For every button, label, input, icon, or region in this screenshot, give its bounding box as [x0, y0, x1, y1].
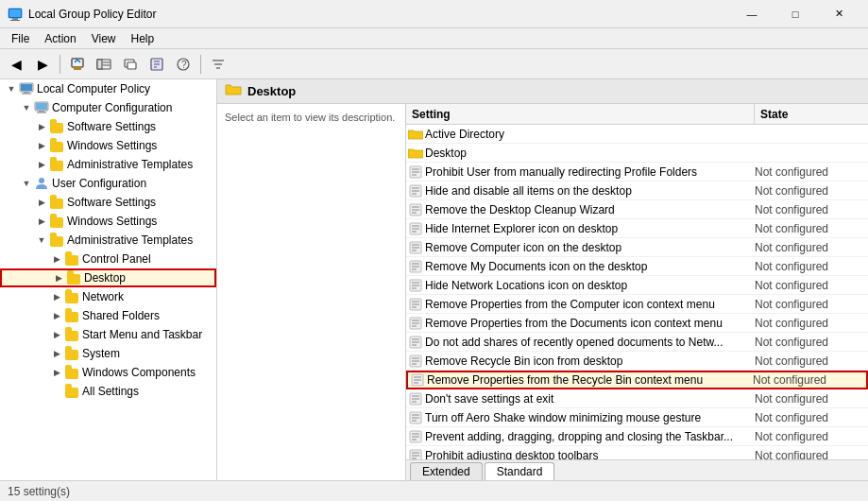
tree-item-admin-templates-cc[interactable]: ▶ Administrative Templates: [0, 155, 216, 174]
menu-action[interactable]: Action: [37, 30, 83, 47]
expand-shared-folders[interactable]: ▶: [49, 308, 64, 323]
help-button[interactable]: ?: [171, 52, 196, 77]
filter-button[interactable]: [206, 52, 230, 77]
maximize-button[interactable]: □: [774, 0, 817, 28]
tree-item-windows-settings-uc[interactable]: ▶ Windows Settings: [0, 212, 216, 231]
user-configuration-label: User Configuration: [52, 178, 146, 189]
minimize-button[interactable]: —: [730, 0, 774, 28]
expand-windows-settings-cc[interactable]: ▶: [34, 138, 49, 153]
network-locations-state: Not configured: [755, 279, 868, 292]
tree-item-user-configuration[interactable]: ▼ User Configuration: [0, 174, 216, 193]
expand-desktop[interactable]: ▶: [51, 270, 66, 285]
row-remove-my-documents[interactable]: Remove My Documents icon on the desktop …: [406, 257, 868, 276]
expand-windows-settings-uc[interactable]: ▶: [34, 214, 49, 229]
tree-item-software-settings-cc[interactable]: ▶ Software Settings: [0, 117, 216, 136]
tree-item-system[interactable]: ▶ System: [0, 344, 216, 363]
row-remove-computer-icon[interactable]: Remove Computer icon on the desktop Not …: [406, 238, 868, 257]
row-remove-recycle-bin[interactable]: Remove Recycle Bin icon from desktop Not…: [406, 352, 868, 371]
ie-icon-name: Hide Internet Explorer icon on desktop: [425, 222, 755, 235]
menu-help[interactable]: Help: [124, 30, 162, 47]
tree-item-windows-components[interactable]: ▶ Windows Components: [0, 363, 216, 382]
tab-extended[interactable]: Extended: [410, 462, 483, 480]
svg-rect-27: [39, 111, 44, 112]
menu-view[interactable]: View: [84, 30, 124, 47]
folder-icon-control-panel: [64, 252, 79, 266]
windows-settings-uc-label: Windows Settings: [67, 216, 157, 227]
svg-point-29: [39, 178, 44, 183]
column-state[interactable]: State: [755, 104, 868, 124]
system-label: System: [82, 348, 120, 359]
expand-computer-configuration[interactable]: ▼: [19, 100, 34, 115]
status-text: 15 setting(s): [8, 485, 70, 498]
tree-item-computer-configuration[interactable]: ▼ Computer Configuration: [0, 98, 216, 117]
row-desktop-folder[interactable]: Desktop: [406, 144, 868, 163]
folder-icon-software-uc: [49, 196, 64, 209]
tree-item-shared-folders[interactable]: ▶ Shared Folders: [0, 306, 216, 325]
menu-file[interactable]: File: [4, 30, 37, 47]
row-prohibit-redirecting[interactable]: Prohibit User from manually redirecting …: [406, 163, 868, 181]
expand-network[interactable]: ▶: [49, 289, 64, 304]
tab-standard[interactable]: Standard: [485, 462, 555, 480]
folder-icon-system: [64, 347, 79, 360]
row-remove-cleanup-wizard[interactable]: Remove the Desktop Cleanup Wizard Not co…: [406, 200, 868, 219]
close-button[interactable]: ✕: [817, 0, 860, 28]
svg-rect-28: [37, 112, 46, 113]
software-settings-cc-label: Software Settings: [67, 121, 156, 132]
row-hide-disable-desktop[interactable]: Hide and disable all items on the deskto…: [406, 181, 868, 200]
expand-software-settings-cc[interactable]: ▶: [34, 119, 49, 134]
no-shares-name: Do not add shares of recently opened doc…: [425, 336, 755, 349]
row-prohibit-adjusting[interactable]: Prohibit adjusting desktop toolbars Not …: [406, 446, 868, 459]
row-active-directory[interactable]: Active Directory: [406, 125, 868, 144]
row-remove-properties-documents[interactable]: Remove Properties from the Documents ico…: [406, 314, 868, 333]
policy-icon-network: [406, 279, 425, 292]
svg-rect-1: [9, 9, 21, 17]
expand-system[interactable]: ▶: [49, 346, 64, 361]
up-button[interactable]: [65, 52, 90, 77]
tree-item-all-settings[interactable]: ▶ All Settings: [0, 382, 216, 401]
row-hide-ie-icon[interactable]: Hide Internet Explorer icon on desktop N…: [406, 219, 868, 238]
tree-item-software-settings-uc[interactable]: ▶ Software Settings: [0, 193, 216, 212]
hide-disable-state: Not configured: [755, 184, 868, 198]
row-no-add-shares[interactable]: Do not add shares of recently opened doc…: [406, 333, 868, 352]
tree-item-windows-settings-cc[interactable]: ▶ Windows Settings: [0, 136, 216, 155]
props-recycle-state: Not configured: [753, 373, 866, 387]
back-button[interactable]: ◀: [4, 52, 28, 77]
tree-item-admin-templates-uc[interactable]: ▼ Administrative Templates: [0, 231, 216, 250]
new-window-button[interactable]: [118, 52, 143, 77]
expand-windows-components[interactable]: ▶: [49, 365, 64, 380]
show-hide-button[interactable]: [92, 52, 116, 77]
expand-user-configuration[interactable]: ▼: [19, 176, 34, 191]
settings-list[interactable]: Active Directory Desktop: [406, 125, 868, 459]
properties-button[interactable]: [145, 52, 169, 77]
row-hide-network-locations[interactable]: Hide Network Locations icon on desktop N…: [406, 276, 868, 295]
tree-item-local-computer-policy[interactable]: ▼ Local Computer Policy: [0, 79, 216, 98]
tree-item-control-panel[interactable]: ▶ Control Panel: [0, 250, 216, 268]
policy-icon-my-docs: [406, 260, 425, 273]
cleanup-wizard-name: Remove the Desktop Cleanup Wizard: [425, 203, 755, 216]
column-setting[interactable]: Setting: [406, 104, 755, 124]
row-remove-properties-computer[interactable]: Remove Properties from the Computer icon…: [406, 295, 868, 314]
tree-item-desktop[interactable]: ▶ Desktop: [0, 268, 216, 287]
desktop-label: Desktop: [84, 272, 126, 284]
computer-icon: [19, 82, 34, 95]
row-turn-off-aero-shake[interactable]: Turn off Aero Shake window minimizing mo…: [406, 408, 868, 427]
row-dont-save-settings[interactable]: Don't save settings at exit Not configur…: [406, 389, 868, 408]
tree-item-start-menu[interactable]: ▶ Start Menu and Taskbar: [0, 325, 216, 344]
expand-start-menu[interactable]: ▶: [49, 327, 64, 342]
expand-admin-templates-uc[interactable]: ▼: [34, 233, 49, 248]
tree-item-network[interactable]: ▶ Network: [0, 287, 216, 306]
row-prevent-adding-taskbar[interactable]: Prevent adding, dragging, dropping and c…: [406, 427, 868, 446]
start-menu-label: Start Menu and Taskbar: [82, 329, 202, 340]
policy-icon-no-shares: [406, 336, 425, 349]
expand-software-settings-uc[interactable]: ▶: [34, 195, 49, 210]
row-remove-properties-recycle[interactable]: Remove Properties from the Recycle Bin c…: [406, 371, 868, 389]
network-label: Network: [82, 291, 124, 302]
policy-icon-taskbar: [406, 430, 425, 443]
tree-panel[interactable]: ▼ Local Computer Policy ▼: [0, 79, 217, 480]
expand-control-panel[interactable]: ▶: [49, 251, 64, 267]
expand-admin-templates-cc[interactable]: ▶: [34, 157, 49, 172]
forward-button[interactable]: ▶: [30, 52, 55, 77]
ie-icon-state: Not configured: [755, 222, 868, 235]
expand-local-computer-policy[interactable]: ▼: [4, 81, 19, 96]
svg-rect-24: [22, 94, 31, 95]
